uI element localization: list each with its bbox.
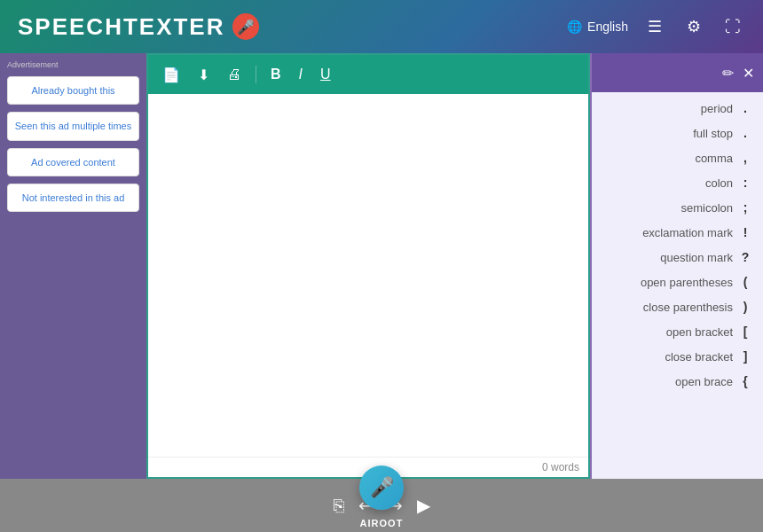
list-item: comma, (592, 145, 763, 170)
editor-container: 📄 ⬇ 🖨 B I U 0 words (146, 53, 590, 479)
list-item: close parenthesis) (592, 294, 763, 319)
logo-area: SPEECHTEXTER 🎤 (18, 13, 259, 41)
punct-char: ; (740, 200, 751, 215)
punct-name: open bracket (666, 325, 733, 339)
punct-name: close bracket (665, 350, 733, 364)
punct-name: colon (705, 176, 733, 190)
print-button[interactable]: 🖨 (224, 65, 245, 84)
punctuation-list: period.full stop.comma,colon:semicolon;e… (592, 92, 763, 479)
list-item: open bracket[ (592, 319, 763, 344)
punct-char: ] (740, 349, 751, 364)
punct-char: [ (740, 325, 751, 339)
list-item: open brace{ (592, 369, 763, 394)
bold-button[interactable]: B (267, 65, 285, 84)
punct-name: close parenthesis (643, 301, 733, 314)
flag-icon: 🌐 (567, 20, 582, 34)
list-item: period. (592, 96, 763, 121)
list-item: close bracket] (592, 344, 763, 369)
punct-name: full stop (693, 127, 733, 140)
new-file-button[interactable]: 📄 (159, 65, 184, 85)
punct-char: ) (740, 300, 751, 314)
punct-name: comma (695, 152, 733, 165)
download-button[interactable]: ⬇ (194, 65, 213, 85)
right-panel-header: ✏ ✕ (592, 53, 763, 92)
punct-name: semicolon (680, 201, 733, 215)
mic-button-main[interactable]: 🎤 (359, 466, 404, 510)
italic-button[interactable]: I (295, 65, 306, 84)
mic-icon-header: 🎤 (232, 13, 259, 40)
punct-char: . (740, 101, 751, 115)
list-item: exclamation mark! (592, 220, 763, 245)
punct-name: period (701, 102, 733, 115)
punct-char: ( (740, 275, 751, 289)
punct-char: : (740, 176, 751, 190)
list-item: colon: (592, 170, 763, 195)
punct-name: open brace (675, 375, 733, 388)
punct-char: . (740, 126, 751, 140)
logo-text: SPEECHTEXTER (18, 13, 225, 41)
ad-label: Advertisement (7, 60, 139, 69)
punct-char: , (740, 151, 751, 165)
menu-icon[interactable]: ☰ (642, 14, 667, 39)
punct-char: ! (740, 225, 751, 239)
header-right: 🌐 English ☰ ⚙ ⛶ (567, 14, 745, 39)
editor-area[interactable] (148, 94, 588, 457)
ad-btn-seen[interactable]: Seen this ad multiple times (7, 112, 139, 140)
punct-name: question mark (660, 251, 733, 264)
punct-char: { (740, 374, 751, 388)
language-label: English (587, 20, 628, 34)
main-content: Advertisement Already bought this Seen t… (0, 53, 763, 479)
fullscreen-icon[interactable]: ⛶ (720, 14, 745, 39)
forward-button[interactable]: ▶ (417, 495, 430, 516)
toolbar: 📄 ⬇ 🖨 B I U (148, 55, 588, 94)
settings-icon[interactable]: ⚙ (681, 14, 706, 39)
ad-btn-not-interested[interactable]: Not interested in this ad (7, 184, 139, 212)
airoot-label: AIROOT (360, 518, 404, 528)
list-item: question mark? (592, 245, 763, 270)
copy-button[interactable]: ⎘ (334, 496, 344, 516)
edit-panel-icon[interactable]: ✏ (722, 65, 734, 82)
list-item: semicolon; (592, 195, 763, 220)
left-sidebar: Advertisement Already bought this Seen t… (0, 53, 146, 479)
punct-char: ? (740, 250, 751, 264)
underline-button[interactable]: U (317, 65, 334, 84)
ad-btn-covered[interactable]: Ad covered content (7, 148, 139, 176)
list-item: full stop. (592, 121, 763, 145)
header: SPEECHTEXTER 🎤 🌐 English ☰ ⚙ ⛶ (0, 0, 763, 53)
ad-btn-bought[interactable]: Already bought this (7, 76, 139, 105)
bottom-bar: ⎘ ↩ 🎤 ↪ ▶ AIROOT (0, 479, 763, 532)
toolbar-divider (256, 66, 256, 83)
close-panel-button[interactable]: ✕ (743, 65, 754, 82)
right-panel: ✏ ✕ period.full stop.comma,colon:semicol… (590, 53, 763, 479)
punct-name: exclamation mark (642, 226, 733, 239)
language-selector[interactable]: 🌐 English (567, 20, 628, 34)
punct-name: open parentheses (641, 276, 733, 289)
list-item: open parentheses( (592, 270, 763, 294)
bottom-controls: ⎘ ↩ 🎤 ↪ ▶ (334, 495, 430, 516)
